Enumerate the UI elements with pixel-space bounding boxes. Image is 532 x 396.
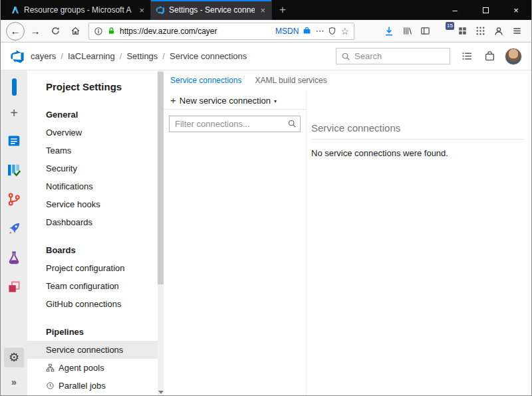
filter-connections-input[interactable] (169, 116, 301, 132)
url-bar[interactable]: https://dev.azure.com/cayer MSDN ⋯ ☆ (88, 23, 354, 40)
breadcrumb-settings[interactable]: Settings (126, 51, 158, 61)
bookmark-star-icon[interactable]: ☆ (340, 27, 349, 36)
sidebar-scrollbar-thumb[interactable] (158, 72, 164, 284)
work-items-list-icon[interactable] (462, 50, 473, 62)
project-settings-gear-icon[interactable]: ⚙ (4, 347, 24, 367)
download-icon[interactable] (384, 26, 394, 37)
url-text[interactable]: https://dev.azure.com/cayer (120, 27, 271, 36)
maximize-icon (483, 7, 489, 13)
nav-item-notifications[interactable]: Notifications (27, 177, 158, 195)
window-controls: – × (440, 0, 531, 20)
nav-item-parallel-jobs[interactable]: Parallel jobs (27, 377, 158, 395)
breadcrumb-separator: / (61, 51, 63, 61)
library-icon[interactable] (402, 26, 412, 36)
project-indicator (12, 78, 17, 96)
sidebar-scrollbar-track[interactable] (158, 70, 164, 395)
sidebars-icon[interactable] (420, 26, 430, 36)
browser-tab-settings[interactable]: Settings - Service connections × (151, 0, 272, 20)
nav-item-service-connections[interactable]: Service connections (27, 341, 158, 359)
nav-item-agent-pools[interactable]: Agent pools (27, 359, 158, 377)
project-settings-sidebar: Project Settings General Overview Teams … (27, 70, 164, 395)
reload-button[interactable] (46, 23, 65, 40)
content-tabs: Service connections XAML build services (164, 70, 531, 90)
azure-devops-favicon-icon (156, 5, 165, 15)
nav-item-label: Agent pools (59, 363, 104, 373)
azure-devops-header: cayers / IaCLearning / Settings / Servic… (1, 43, 531, 70)
section-pipelines: Pipelines (27, 326, 158, 338)
apps-grid-icon[interactable] (475, 26, 485, 36)
overview-icon[interactable] (6, 133, 22, 149)
nav-item-github-connections[interactable]: GitHub connections (27, 295, 158, 313)
header-search-box[interactable] (336, 48, 450, 64)
page-actions-icon[interactable]: ⋯ (315, 27, 324, 35)
agent-pools-icon (46, 363, 55, 372)
repos-icon[interactable] (6, 191, 22, 207)
empty-state-message: No service connections were found. (311, 148, 523, 158)
nav-item-label: Parallel jobs (59, 381, 106, 391)
chevron-down-icon: ▾ (274, 98, 277, 104)
filter-box (169, 116, 301, 132)
artifacts-icon[interactable] (6, 279, 22, 295)
breadcrumb-project[interactable]: IaCLearning (68, 51, 115, 61)
boards-icon[interactable] (6, 162, 22, 178)
hamburger-menu-icon[interactable] (512, 26, 522, 36)
nav-item-security[interactable]: Security (27, 159, 158, 177)
new-service-connection-label: New service connection (180, 96, 271, 106)
browser-titlebar: Resource groups - Microsoft A × Settings… (1, 0, 531, 20)
page-info-icon[interactable] (94, 27, 103, 36)
connections-list-panel: +New service connection▾ (164, 90, 307, 395)
breadcrumb-separator: / (162, 51, 165, 61)
connection-details-panel: Service connections No service connectio… (311, 122, 523, 158)
search-input[interactable] (354, 51, 445, 61)
plus-icon: + (170, 94, 176, 106)
tab-service-connections[interactable]: Service connections (170, 76, 241, 85)
tracking-shield-icon[interactable] (328, 27, 336, 35)
forward-button[interactable]: → (26, 23, 45, 40)
breadcrumb-organization[interactable]: cayers (31, 51, 56, 61)
tab-title: Resource groups - Microsoft A (24, 5, 134, 15)
section-boards: Boards (27, 245, 158, 256)
collapse-rail-icon[interactable]: » (11, 377, 17, 387)
browser-tab-resource-groups[interactable]: Resource groups - Microsoft A × (6, 0, 151, 20)
azure-devops-logo-icon[interactable] (10, 49, 25, 64)
test-plans-icon[interactable] (6, 250, 22, 266)
browser-nav-toolbar: ← → https://dev.azure.com/cayer MSDN ⋯ ☆ (1, 20, 531, 43)
tab-title: Settings - Service connections (169, 5, 255, 15)
new-service-connection-button[interactable]: +New service connection▾ (164, 90, 306, 110)
browser-window: Resource groups - Microsoft A × Settings… (0, 0, 532, 396)
nav-item-dashboards[interactable]: Dashboards (27, 213, 158, 231)
breadcrumb-separator: / (120, 51, 122, 61)
extension-icon[interactable]: 15 (438, 25, 450, 37)
nav-item-project-configuration[interactable]: Project configuration (27, 259, 158, 277)
nav-item-overview[interactable]: Overview (27, 124, 158, 142)
project-rail: + ⚙ » (1, 70, 27, 395)
extension-badge: 15 (446, 22, 454, 30)
tab-close-icon[interactable]: × (138, 5, 146, 16)
service-connections-content: Service connections XAML build services … (164, 70, 531, 395)
nav-item-team-configuration[interactable]: Team configuration (27, 277, 158, 295)
nav-item-service-hooks[interactable]: Service hooks (27, 195, 158, 213)
rail-add-icon[interactable]: + (10, 106, 18, 120)
back-button[interactable]: ← (6, 22, 25, 41)
user-avatar[interactable] (505, 48, 522, 65)
window-minimize-button[interactable]: – (440, 0, 470, 20)
briefcase-icon (303, 27, 311, 35)
pipelines-icon[interactable] (6, 221, 22, 237)
window-close-button[interactable]: × (501, 0, 531, 20)
filter-search-icon[interactable] (287, 119, 297, 128)
breadcrumb: cayers / IaCLearning / Settings / Servic… (31, 51, 247, 61)
home-button[interactable] (66, 23, 84, 40)
window-maximize-button[interactable] (470, 0, 501, 20)
marketplace-bag-icon[interactable] (484, 50, 495, 62)
nav-item-teams[interactable]: Teams (27, 142, 158, 159)
section-general: General (27, 109, 158, 120)
scrollbar-down-arrow-icon[interactable] (158, 391, 164, 394)
account-icon[interactable] (493, 26, 504, 37)
new-tab-button[interactable]: + (272, 0, 293, 20)
tab-xaml-build-services[interactable]: XAML build services (255, 76, 327, 85)
breadcrumb-current-page: Service connections (170, 51, 247, 61)
blocks-icon[interactable] (458, 26, 467, 36)
toolbar-action-icons: 15 (384, 25, 526, 37)
panel-heading: Service connections (311, 122, 523, 140)
tab-close-icon[interactable]: × (259, 5, 267, 16)
